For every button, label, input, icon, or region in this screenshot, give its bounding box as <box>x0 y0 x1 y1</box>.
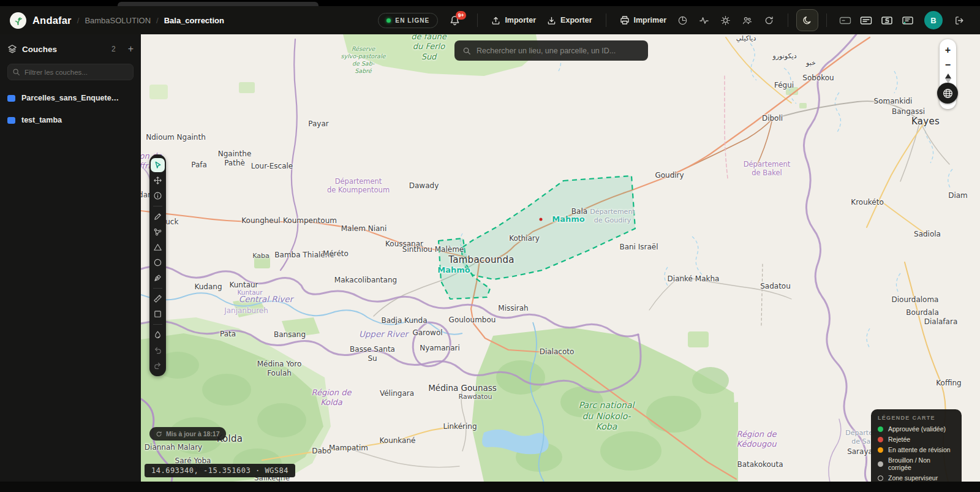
legend-item: Rejetée <box>878 436 955 443</box>
map-label: Kothiary <box>509 234 540 243</box>
legend-item: Approuvée (validée) <box>878 425 955 433</box>
tool-circle[interactable] <box>151 255 165 270</box>
layer-label: Parcelles_sans_Enquete… <box>21 94 119 102</box>
legend-item: Zone superviseur <box>878 474 955 482</box>
map-search-bar[interactable]: Rechercher un lieu, une parcelle, un ID.… <box>454 40 648 61</box>
compass-reset-button[interactable] <box>945 74 951 83</box>
basemap-globe-button[interactable] <box>937 83 958 104</box>
divider <box>788 13 788 27</box>
map-search-placeholder: Rechercher un lieu, une parcelle, un ID.… <box>477 47 616 55</box>
brand-block[interactable]: Andafar <box>10 12 72 29</box>
map-label: Département de Goudiry <box>590 208 635 225</box>
map-label: Linkéring <box>443 422 477 431</box>
divider <box>153 206 162 206</box>
extension-button-2[interactable] <box>860 16 872 25</box>
tool-polygon[interactable] <box>151 240 165 254</box>
extension-button-3[interactable] <box>881 16 893 25</box>
topbar: Andafar / BambaSOLUTION / Bala_correctio… <box>0 6 980 34</box>
online-status-badge: EN LIGNE <box>378 13 438 28</box>
tool-draw-line[interactable] <box>151 210 165 224</box>
legend-item: En attente de révision <box>878 446 955 453</box>
breadcrumb-project[interactable]: BambaSOLUTION <box>85 16 151 25</box>
extension-button-4[interactable] <box>902 16 914 25</box>
download-icon <box>547 16 556 25</box>
ruler-icon <box>153 294 162 303</box>
tool-rectangle[interactable] <box>151 307 165 321</box>
map-label: Diboli <box>762 114 783 123</box>
map-label: Médina Gounass <box>428 383 497 393</box>
tool-fire[interactable] <box>151 328 165 342</box>
map-label: دياكيلي <box>736 34 756 43</box>
map-label: Sinthiou Malème <box>402 245 464 254</box>
map-label: Mahmo <box>437 265 470 275</box>
map-label: Bala <box>571 207 587 216</box>
info-icon <box>153 191 162 200</box>
team-button[interactable] <box>742 15 753 26</box>
export-button[interactable]: Exporter <box>547 16 592 25</box>
pie-clock-icon <box>677 15 688 26</box>
pen-nib-icon <box>153 273 162 282</box>
move-icon <box>153 176 162 185</box>
map-label: Médina Yoro Foulah <box>257 360 302 378</box>
print-label: Imprimer <box>634 16 667 25</box>
map-label: Diam <box>948 191 968 200</box>
map-label: Janjanbureh <box>224 306 268 316</box>
users-icon <box>742 15 753 26</box>
map-label: Kudang <box>194 282 222 292</box>
map-label: Parc national du Niokolo- Koba <box>579 400 635 433</box>
map-label: Diannah Malary <box>145 443 202 452</box>
map-label: Koungheul <box>241 216 280 225</box>
tool-measure[interactable] <box>151 292 165 306</box>
print-button[interactable]: Imprimer <box>620 15 667 25</box>
divider <box>826 13 827 27</box>
map-label: Bani Israël <box>619 243 658 252</box>
map-label: Dialacoto <box>540 347 575 357</box>
extension-button-1[interactable] <box>839 16 851 25</box>
zoom-out-button[interactable]: − <box>940 58 956 72</box>
user-avatar[interactable]: B <box>924 11 943 29</box>
undo-icon <box>153 346 162 355</box>
map-label: Somankidi <box>874 97 913 106</box>
tool-pen[interactable] <box>151 271 165 285</box>
tool-select[interactable] <box>151 158 165 172</box>
map-label: Garowol <box>412 328 442 338</box>
divider <box>153 324 162 325</box>
tool-pan[interactable] <box>151 173 165 187</box>
map-label: Département de Koumpentoum <box>327 177 390 195</box>
map-label: Payar <box>308 119 328 129</box>
divider <box>153 288 162 289</box>
last-updated-chip[interactable]: Mis à jour à 18:17 <box>149 427 226 441</box>
add-layer-button[interactable]: + <box>128 44 134 54</box>
tool-info[interactable] <box>151 189 165 203</box>
settings-button[interactable] <box>720 15 731 26</box>
map-label: Upper River <box>359 329 408 339</box>
import-button[interactable]: Importer <box>491 16 536 25</box>
tool-redo[interactable] <box>151 358 165 373</box>
status-dot-rejected <box>878 437 883 442</box>
layer-item[interactable]: Parcelles_sans_Enquete… <box>7 94 134 102</box>
sync-button[interactable] <box>764 15 774 26</box>
tool-vertices[interactable] <box>151 225 165 239</box>
app-logo-icon <box>10 12 26 29</box>
layer-color-swatch <box>7 95 15 102</box>
cursor-icon <box>153 161 162 170</box>
map-label: Ndioum Ngainth <box>146 133 206 142</box>
activity-icon <box>699 15 709 26</box>
notifications-button[interactable]: 9+ <box>449 15 461 26</box>
layers-count: 2 <box>111 45 116 53</box>
history-button[interactable] <box>677 15 688 26</box>
activity-button[interactable] <box>699 15 709 26</box>
layers-sidebar: Couches 2 + Parcelles_sans_Enquete…test_… <box>0 34 141 492</box>
map-canvas[interactable]: de faune du Ferlo SudRéserve sylvo-pasto… <box>141 34 980 482</box>
zoom-in-button[interactable]: + <box>940 43 956 58</box>
tool-undo[interactable] <box>151 343 165 357</box>
layer-filter-input[interactable] <box>7 64 134 80</box>
nodes-icon <box>153 227 162 237</box>
logout-button[interactable] <box>954 15 965 26</box>
layer-item[interactable]: test_tamba <box>7 116 134 124</box>
map-label: Région de Kédougou <box>737 430 777 450</box>
sidebar-title: Couches <box>22 45 57 54</box>
theme-toggle-button[interactable] <box>796 9 818 31</box>
browser-tab <box>118 2 318 6</box>
map-label: Ngainthe Pathè <box>218 149 252 168</box>
